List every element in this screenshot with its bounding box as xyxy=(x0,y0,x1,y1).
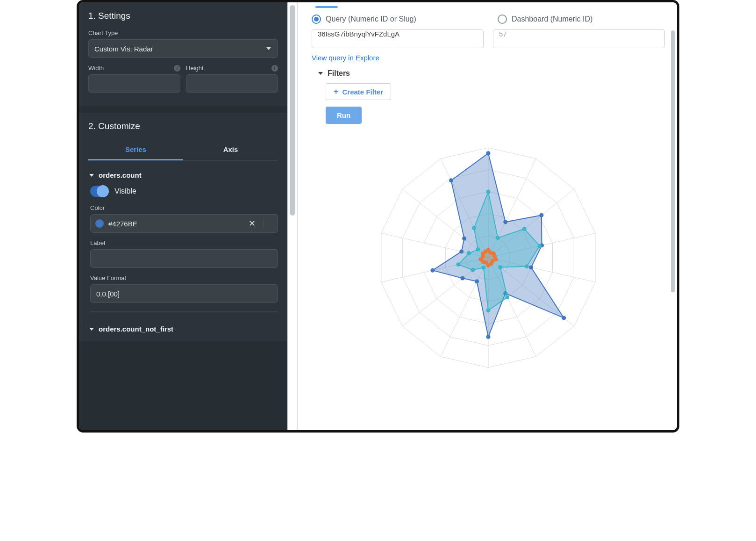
source-radio-query[interactable]: Query (Numeric ID or Slug) xyxy=(312,14,479,24)
width-label: Width xyxy=(88,65,104,72)
height-input[interactable] xyxy=(186,74,278,93)
settings-sidebar: 1. Settings Chart Type Custom Vis: Radar… xyxy=(79,2,287,430)
svg-point-20 xyxy=(486,151,491,155)
customize-section: 2. Customize Series Axis orders.count Vi… xyxy=(79,113,287,341)
svg-point-33 xyxy=(449,178,453,182)
chart-type-select[interactable]: Custom Vis: Radar xyxy=(88,39,278,58)
view-query-link[interactable]: View query in Explore xyxy=(312,54,379,62)
dashboard-radio-label: Dashboard (Numeric ID) xyxy=(512,15,592,23)
svg-point-63 xyxy=(483,250,487,254)
visible-label: Visible xyxy=(114,187,136,195)
filters-label: Filters xyxy=(328,69,350,78)
color-value: #4276BE xyxy=(108,220,241,228)
create-filter-label: Create Filter xyxy=(342,88,384,96)
width-input[interactable] xyxy=(88,74,180,93)
svg-point-46 xyxy=(467,251,471,255)
svg-point-38 xyxy=(537,244,542,248)
chevron-down-icon xyxy=(89,174,94,177)
settings-title: 1. Settings xyxy=(88,11,278,21)
svg-point-25 xyxy=(562,316,566,320)
main-scrollbar[interactable] xyxy=(670,30,676,426)
svg-point-28 xyxy=(475,279,479,283)
scrollbar-thumb[interactable] xyxy=(671,30,675,292)
svg-point-36 xyxy=(496,236,500,240)
dashboard-id-placeholder: 57 xyxy=(499,30,507,38)
info-icon[interactable]: i xyxy=(271,65,278,72)
svg-point-44 xyxy=(471,268,475,272)
series-panel: orders.count Visible Color #4276BE ✕ xyxy=(88,161,278,341)
chart-type-value: Custom Vis: Radar xyxy=(94,45,153,53)
value-format-input[interactable]: 0,0.[00] xyxy=(90,284,278,303)
svg-point-30 xyxy=(430,268,435,273)
divider xyxy=(90,311,278,312)
color-input[interactable]: #4276BE ✕ xyxy=(90,214,278,233)
query-radio-label: Query (Numeric ID or Slug) xyxy=(326,15,416,23)
customize-title: 2. Customize xyxy=(88,121,278,131)
svg-point-35 xyxy=(486,190,491,194)
customize-tabs: Series Axis xyxy=(88,140,278,161)
svg-point-41 xyxy=(505,295,509,299)
svg-point-22 xyxy=(539,213,543,217)
svg-point-45 xyxy=(456,262,460,267)
label-input[interactable] xyxy=(90,249,278,268)
query-id-value: 36IssG7ibBnyqlYvFZdLgA xyxy=(318,30,399,38)
value-format-label: Value Format xyxy=(90,274,278,281)
svg-point-40 xyxy=(498,265,502,269)
color-label: Color xyxy=(90,204,278,211)
chart-type-label: Chart Type xyxy=(88,29,278,36)
info-icon[interactable]: i xyxy=(174,65,180,72)
chevron-down-icon xyxy=(266,47,271,50)
chevron-down-icon xyxy=(318,72,323,75)
tab-axis[interactable]: Axis xyxy=(183,140,278,160)
dashboard-id-input[interactable]: 57 xyxy=(493,29,665,48)
series-header-orders-count-not-first[interactable]: orders.count_not_first xyxy=(88,325,278,333)
radio-icon xyxy=(498,14,507,24)
separator xyxy=(263,218,264,229)
svg-point-42 xyxy=(486,308,491,312)
query-id-input[interactable]: 36IssG7ibBnyqlYvFZdLgA xyxy=(312,29,484,48)
radio-icon xyxy=(312,14,321,24)
active-tab-indicator xyxy=(315,6,338,8)
plus-icon: + xyxy=(334,87,339,96)
color-swatch xyxy=(95,219,104,228)
series-name: orders.count_not_first xyxy=(99,325,173,333)
radar-chart xyxy=(312,131,665,384)
chevron-down-icon[interactable] xyxy=(268,219,274,228)
height-label: Height xyxy=(186,65,204,72)
svg-point-21 xyxy=(503,220,507,224)
svg-point-27 xyxy=(486,335,491,339)
source-radio-dashboard[interactable]: Dashboard (Numeric ID) xyxy=(498,14,665,24)
svg-point-24 xyxy=(529,265,533,269)
filters-header[interactable]: Filters xyxy=(318,69,665,78)
svg-point-43 xyxy=(481,266,485,270)
run-button[interactable]: Run xyxy=(326,107,362,124)
svg-point-31 xyxy=(459,249,464,253)
visible-toggle[interactable] xyxy=(90,186,109,197)
label-label: Label xyxy=(90,239,278,246)
scrollbar-thumb[interactable] xyxy=(290,5,295,216)
chevron-down-icon xyxy=(89,328,94,331)
clear-icon[interactable]: ✕ xyxy=(246,218,258,229)
svg-point-32 xyxy=(462,236,466,240)
svg-point-37 xyxy=(522,227,527,231)
svg-point-48 xyxy=(472,226,476,230)
svg-point-39 xyxy=(525,264,529,268)
series-name: orders.count xyxy=(99,171,142,179)
svg-point-29 xyxy=(460,276,464,280)
value-format-value: 0,0.[00] xyxy=(96,290,120,298)
sidebar-scrollbar[interactable] xyxy=(287,2,298,430)
tab-series[interactable]: Series xyxy=(88,140,183,160)
series-header-orders-count[interactable]: orders.count xyxy=(88,171,278,179)
settings-section: 1. Settings Chart Type Custom Vis: Radar… xyxy=(79,2,287,106)
create-filter-button[interactable]: + Create Filter xyxy=(326,83,391,100)
svg-point-47 xyxy=(476,247,480,252)
main-panel: Query (Numeric ID or Slug) Dashboard (Nu… xyxy=(298,2,677,430)
